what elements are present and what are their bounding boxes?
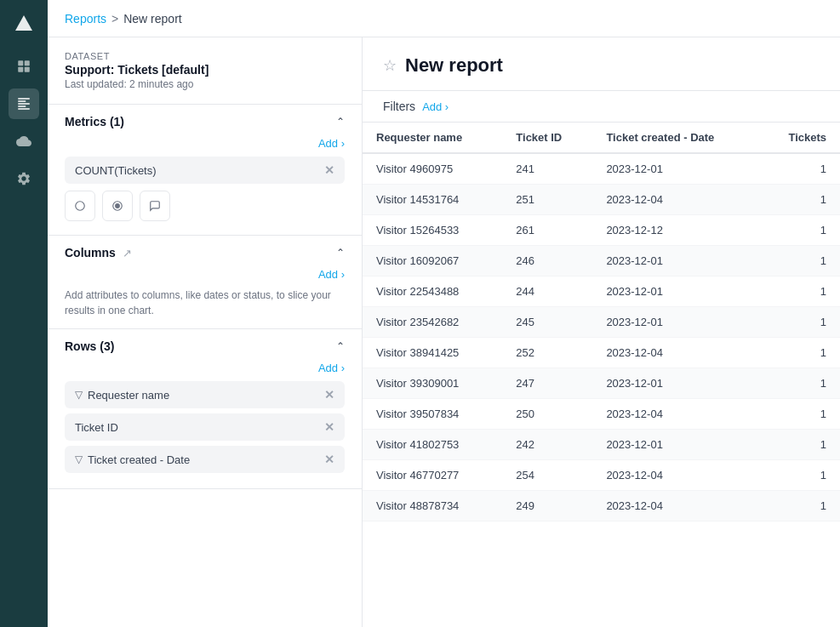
metrics-add-row: Add › (65, 137, 345, 150)
table-row: Visitor 145317642512023-12-041 (363, 185, 840, 215)
rows-chip-requester-label: Requester name (88, 389, 169, 402)
rows-chip-ticketid-close[interactable]: ✕ (324, 420, 334, 434)
sidebar-icon-reports[interactable] (9, 88, 39, 119)
table-row: Visitor 467702772542023-12-041 (363, 460, 840, 491)
table-cell-ticket_date: 2023-12-04 (592, 399, 759, 430)
table-cell-ticket_date: 2023-12-01 (592, 276, 759, 307)
metrics-chip-label: COUNT(Tickets) (75, 164, 157, 177)
svg-point-7 (116, 204, 120, 208)
rows-add-button[interactable]: Add › (318, 362, 345, 374)
table-cell-requester: Visitor 39309001 (363, 368, 502, 399)
rows-chip-requester-close[interactable]: ✕ (324, 388, 334, 402)
table-cell-requester: Visitor 41802753 (363, 430, 502, 460)
app-logo[interactable] (10, 10, 37, 37)
table-row: Visitor 418027532422023-12-011 (363, 430, 840, 460)
report-table: Requester name Ticket ID Ticket created … (363, 123, 840, 522)
rows-title: Rows (3) (65, 339, 114, 353)
table-cell-tickets: 1 (760, 185, 841, 215)
filter-icon-ticketdate: ▽ (75, 453, 83, 465)
rows-add-row: Add › (65, 362, 345, 374)
table-row: Visitor 225434882442023-12-011 (363, 276, 840, 307)
rows-chip-ticketdate: ▽ Ticket created - Date ✕ (65, 446, 345, 473)
report-title: New report (405, 54, 503, 77)
table-cell-requester: Visitor 39507834 (363, 399, 502, 430)
table-row: Visitor 49609752412023-12-011 (363, 153, 840, 185)
table-cell-requester: Visitor 46770277 (363, 460, 502, 491)
rows-header: Rows (3) ⌃ (65, 339, 345, 353)
table-cell-ticket_id: 252 (502, 338, 592, 368)
content-area: Dataset Support: Tickets [default] Last … (48, 37, 840, 627)
table-row: Visitor 395078342502023-12-041 (363, 399, 840, 430)
table-row: Visitor 393090012472023-12-011 (363, 368, 840, 399)
col-header-requester: Requester name (363, 123, 502, 153)
columns-hint: Add attributes to columns, like dates or… (65, 288, 345, 318)
table-cell-ticket_date: 2023-12-12 (592, 215, 759, 246)
svg-point-5 (76, 202, 85, 211)
metrics-title: Metrics (1) (65, 115, 124, 128)
breadcrumb-reports[interactable]: Reports (65, 12, 106, 26)
table-cell-tickets: 1 (760, 246, 841, 276)
viz-icon-message[interactable] (140, 191, 170, 221)
table-cell-ticket_date: 2023-12-04 (592, 491, 759, 522)
svg-rect-3 (18, 67, 23, 72)
svg-marker-0 (15, 15, 32, 31)
viz-icon-circle[interactable] (65, 191, 95, 221)
table-cell-requester: Visitor 23542682 (363, 307, 502, 338)
table-cell-tickets: 1 (760, 399, 841, 430)
table-cell-tickets: 1 (760, 153, 841, 185)
table-cell-ticket_id: 249 (502, 491, 592, 522)
rows-chip-ticketid: Ticket ID ✕ (65, 413, 345, 441)
svg-rect-1 (18, 60, 23, 66)
metrics-header: Metrics (1) ⌃ (65, 115, 345, 128)
columns-add-button[interactable]: Add › (318, 268, 345, 281)
table-cell-tickets: 1 (760, 460, 841, 491)
metrics-chip-close[interactable]: ✕ (324, 163, 334, 177)
right-panel: ☆ New report Filters Add › Requester nam… (363, 37, 840, 627)
sidebar-icon-cloud[interactable] (9, 126, 39, 157)
table-cell-ticket_date: 2023-12-01 (592, 153, 759, 185)
breadcrumb-current: New report (123, 12, 181, 26)
sidebar-icon-settings[interactable] (9, 163, 39, 194)
rows-chip-ticketdate-close[interactable]: ✕ (324, 453, 334, 466)
report-star-icon[interactable]: ☆ (383, 56, 397, 75)
table-cell-ticket_id: 251 (502, 185, 592, 215)
metrics-toggle[interactable]: ⌃ (336, 116, 345, 128)
columns-title: Columns ↗ (65, 246, 132, 259)
table-cell-tickets: 1 (760, 430, 841, 460)
table-cell-tickets: 1 (760, 215, 841, 246)
columns-toggle[interactable]: ⌃ (336, 247, 345, 259)
table-cell-ticket_id: 242 (502, 430, 592, 460)
table-cell-tickets: 1 (760, 368, 841, 399)
table-cell-ticket_id: 261 (502, 215, 592, 246)
table-cell-ticket_date: 2023-12-04 (592, 460, 759, 491)
table-cell-requester: Visitor 38941425 (363, 338, 502, 368)
dataset-label: Dataset (65, 51, 345, 61)
table-cell-ticket_date: 2023-12-01 (592, 430, 759, 460)
filters-bar: Filters Add › (363, 91, 840, 123)
table-header: Requester name Ticket ID Ticket created … (363, 123, 840, 153)
main-area: Reports > New report Dataset Support: Ti… (48, 0, 840, 627)
metrics-add-button[interactable]: Add › (318, 137, 345, 150)
rows-chip-ticketdate-label: Ticket created - Date (88, 453, 190, 466)
col-header-ticketid: Ticket ID (502, 123, 592, 153)
filters-label: Filters (383, 100, 415, 113)
filters-add-button[interactable]: Add › (422, 100, 449, 113)
report-header: ☆ New report (363, 37, 840, 91)
table-cell-requester: Visitor 22543488 (363, 276, 502, 307)
table-cell-requester: Visitor 14531764 (363, 185, 502, 215)
columns-section: Columns ↗ ⌃ Add › Add attributes to colu… (48, 236, 362, 329)
table-row: Visitor 160920672462023-12-011 (363, 246, 840, 276)
rows-toggle[interactable]: ⌃ (336, 340, 345, 352)
table-cell-requester: Visitor 48878734 (363, 491, 502, 522)
table-cell-tickets: 1 (760, 276, 841, 307)
table-cell-ticket_date: 2023-12-01 (592, 246, 759, 276)
dataset-info: Dataset Support: Tickets [default] Last … (48, 37, 362, 105)
table-cell-requester: Visitor 15264533 (363, 215, 502, 246)
table-cell-ticket_date: 2023-12-01 (592, 368, 759, 399)
svg-rect-4 (25, 67, 30, 72)
viz-icon-radio[interactable] (102, 191, 133, 221)
viz-icons-row (65, 191, 345, 221)
sidebar-icon-home[interactable] (9, 51, 39, 82)
rows-chip-requester: ▽ Requester name ✕ (65, 381, 345, 408)
breadcrumb: Reports > New report (48, 0, 840, 37)
